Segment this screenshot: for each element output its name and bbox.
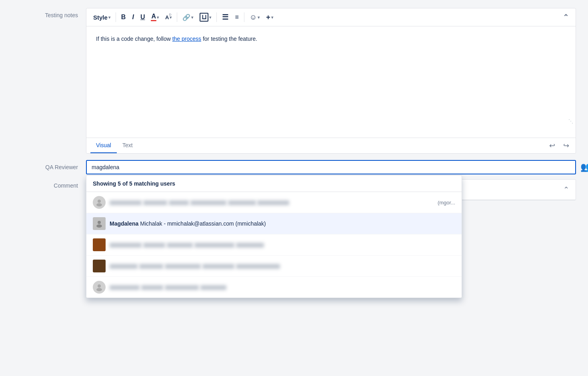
- bold-button[interactable]: B: [118, 11, 129, 24]
- svg-point-4: [98, 284, 101, 288]
- dropdown-item-3[interactable]: [86, 234, 462, 256]
- collapse-button[interactable]: ⌃: [560, 11, 572, 24]
- dropdown-item-magdalena[interactable]: Magdalena Michalak - mmichalak@atlassian…: [86, 213, 462, 234]
- the-process-link[interactable]: the process: [172, 36, 201, 42]
- user-info-5: [110, 284, 226, 290]
- attachment-button[interactable]: ⊔ ▾: [197, 11, 214, 24]
- more-button[interactable]: + ▾: [263, 11, 276, 24]
- qa-reviewer-input[interactable]: [86, 160, 576, 174]
- qa-reviewer-input-wrapper: Showing 5 of 5 matching users (mgor.: [86, 160, 576, 174]
- underline-button[interactable]: U: [138, 11, 148, 24]
- user-dropdown: Showing 5 of 5 matching users (mgor.: [86, 175, 462, 298]
- svg-point-5: [96, 288, 102, 291]
- italic-button[interactable]: I: [129, 11, 136, 24]
- editor-footer: Visual Text ↩ ↪: [86, 138, 576, 153]
- chevron-down-icon: ▾: [209, 15, 211, 20]
- avatar-3: [93, 238, 106, 251]
- avatar-5: [93, 281, 106, 294]
- user-group-button[interactable]: 👥: [579, 160, 588, 174]
- avatar-4: [93, 260, 106, 272]
- chevron-down-icon: ▾: [108, 15, 110, 20]
- user-info-magdalena: Magdalena Michalak - mmichalak@atlassian…: [110, 220, 266, 227]
- toolbar-divider-4: [244, 12, 244, 22]
- emoji-icon: ☺: [250, 13, 257, 22]
- chevron-down-icon: ▾: [258, 15, 260, 20]
- bullet-list-button[interactable]: ☰: [219, 11, 231, 24]
- chevron-down-icon: ▾: [271, 15, 273, 20]
- bullet-list-icon: ☰: [222, 13, 228, 22]
- user-info-4: [110, 263, 280, 269]
- comment-label: Comment: [12, 179, 86, 189]
- svg-point-0: [98, 200, 101, 203]
- user-group-icon: 👥: [580, 162, 588, 172]
- toolbar-divider-2: [177, 12, 177, 22]
- chevron-down-icon: ▾: [191, 15, 193, 20]
- comment-collapse-button[interactable]: ⌃: [561, 182, 572, 197]
- testing-notes-field: Testing notes Style ▾ B I U: [0, 8, 588, 154]
- dropdown-header: Showing 5 of 5 matching users: [86, 176, 462, 192]
- footer-actions: ↩ ↪: [547, 138, 572, 153]
- qa-reviewer-field: QA Reviewer Showing 5 of 5 matching user…: [0, 154, 588, 174]
- resize-handle[interactable]: ⋱: [86, 118, 575, 125]
- link-button[interactable]: 🔗 ▾: [180, 11, 196, 24]
- chevron-down-icon: ▾: [157, 15, 159, 20]
- font-color-button[interactable]: A ▾: [148, 11, 162, 24]
- dropdown-item-5[interactable]: [86, 277, 462, 298]
- style-dropdown-button[interactable]: Style ▾: [90, 11, 113, 24]
- svg-point-3: [96, 224, 102, 228]
- numbered-list-icon: ≡: [235, 14, 238, 21]
- svg-point-2: [98, 221, 101, 224]
- testing-notes-label: Testing notes: [12, 8, 86, 18]
- trailing-text-1: (mgor...: [438, 200, 455, 206]
- tab-visual[interactable]: Visual: [90, 138, 117, 153]
- dropdown-item-1[interactable]: (mgor...: [86, 192, 462, 213]
- undo-button[interactable]: ↩: [547, 138, 558, 153]
- redo-button[interactable]: ↪: [561, 138, 572, 153]
- link-icon: 🔗: [182, 14, 190, 21]
- collapse-icon: ⌃: [563, 13, 569, 22]
- avatar-1: [93, 196, 106, 209]
- attachment-icon: ⊔: [200, 13, 208, 22]
- testing-notes-editor: Style ▾ B I U A ▾: [86, 8, 576, 154]
- avatar-magdalena: [93, 217, 106, 230]
- toolbar-divider-1: [116, 12, 116, 22]
- color-indicator: [151, 20, 156, 21]
- font-size-button[interactable]: A D ▾: [162, 11, 174, 24]
- dropdown-item-4[interactable]: [86, 256, 462, 277]
- emoji-button[interactable]: ☺ ▾: [247, 11, 262, 24]
- toolbar-divider-3: [216, 12, 217, 22]
- editor-body[interactable]: If this is a code change, follow the pro…: [86, 26, 576, 130]
- numbered-list-button[interactable]: ≡: [232, 11, 241, 24]
- user-info-3: [110, 242, 264, 248]
- chevron-up-icon: ⌃: [563, 186, 569, 194]
- tab-text[interactable]: Text: [117, 138, 138, 153]
- qa-reviewer-label: QA Reviewer: [12, 160, 86, 170]
- user-info-1: [110, 199, 289, 206]
- svg-point-1: [96, 203, 102, 206]
- editor-toolbar: Style ▾ B I U A ▾: [86, 8, 576, 26]
